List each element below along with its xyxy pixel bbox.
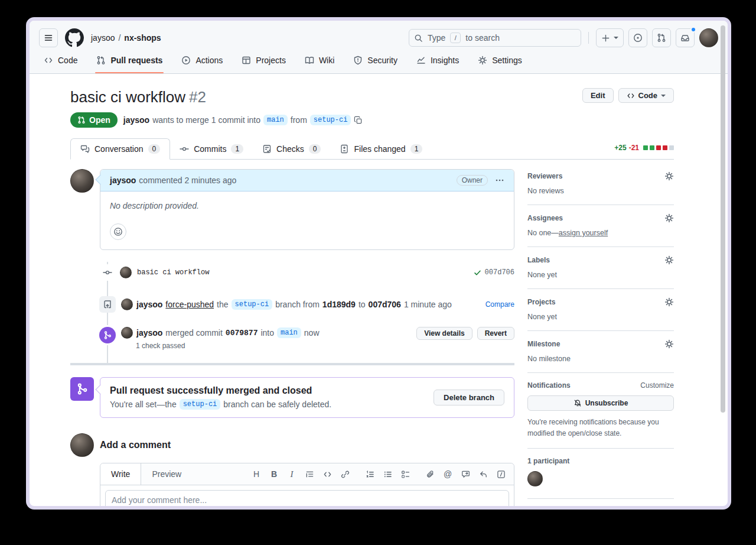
tab-preview[interactable]: Preview (141, 463, 192, 485)
tab-label: Insights (431, 56, 459, 65)
merged-commit-sha[interactable]: 0079877 (226, 329, 258, 338)
tab-wiki[interactable]: Wiki (300, 53, 339, 67)
tab-pull-requests[interactable]: Pull requests (92, 53, 167, 67)
view-details-button[interactable]: View details (416, 327, 472, 340)
head-branch-chip[interactable]: setup-ci (232, 299, 273, 310)
delete-branch-button[interactable]: Delete branch (434, 390, 504, 405)
chevron-down-icon (661, 95, 666, 97)
new-sha[interactable]: 007d706 (369, 300, 401, 309)
tab-security[interactable]: Security (348, 53, 402, 67)
event-author[interactable]: jaysoo (136, 300, 162, 309)
cross-reference-button[interactable] (457, 466, 474, 482)
git-merge-icon (70, 377, 94, 401)
gear-icon[interactable] (664, 297, 674, 307)
tab-write[interactable]: Write (100, 463, 141, 485)
avatar[interactable] (120, 267, 132, 278)
avatar[interactable] (121, 327, 133, 339)
italic-button[interactable]: I (284, 466, 300, 482)
copy-icon[interactable] (354, 116, 363, 125)
gear-icon[interactable] (664, 339, 674, 349)
code-icon (44, 56, 53, 65)
force-pushed-link[interactable]: force-pushed (165, 300, 214, 309)
merged-banner-title: Pull request successfully merged and clo… (110, 385, 331, 396)
tab-checks[interactable]: Checks 0 (253, 139, 330, 159)
tab-label: Commits (194, 144, 226, 154)
slash-command-button[interactable] (493, 466, 509, 482)
compare-link[interactable]: Compare (485, 300, 514, 309)
tab-commits[interactable]: Commits 1 (170, 139, 253, 159)
assign-yourself-link[interactable]: assign yourself (559, 229, 608, 237)
tab-label: Wiki (319, 56, 334, 65)
tab-code[interactable]: Code (39, 53, 82, 67)
user-avatar[interactable] (699, 28, 718, 47)
pr-tab-bar: Conversation 0 Commits 1 Checks 0 Files … (70, 138, 674, 160)
comment-input[interactable] (105, 490, 509, 510)
event-author[interactable]: jaysoo (136, 328, 162, 338)
tab-files-changed[interactable]: Files changed 1 (330, 139, 432, 159)
comment-author[interactable]: jaysoo (110, 176, 136, 185)
tab-settings[interactable]: Settings (473, 53, 527, 67)
timeline-separator (70, 363, 514, 365)
breadcrumb-owner[interactable]: jaysoo (91, 33, 115, 43)
github-logo-icon[interactable] (65, 28, 84, 47)
link-button[interactable] (337, 466, 353, 482)
customize-link[interactable]: Customize (640, 381, 674, 390)
tab-label: Files changed (354, 144, 405, 154)
participants-label: 1 participant (527, 457, 674, 465)
create-new-button[interactable] (596, 28, 624, 47)
smiley-icon (113, 227, 123, 236)
tab-insights[interactable]: Insights (412, 53, 464, 67)
tab-label: Code (58, 56, 77, 65)
tab-actions[interactable]: Actions (177, 53, 227, 67)
gear-icon[interactable] (664, 213, 674, 223)
task-list-button[interactable] (397, 466, 413, 482)
gear-icon (478, 56, 487, 65)
hamburger-menu-button[interactable] (39, 28, 58, 47)
tab-conversation[interactable]: Conversation 0 (70, 138, 170, 160)
head-branch-chip[interactable]: setup-ci (180, 399, 221, 410)
issues-button[interactable] (628, 28, 647, 47)
scrollbar-thumb[interactable] (721, 25, 725, 413)
gear-icon[interactable] (664, 171, 674, 181)
add-reaction-button[interactable] (110, 223, 126, 240)
quote-button[interactable] (301, 466, 318, 482)
code-dropdown-button[interactable]: Code (618, 88, 674, 103)
gear-icon[interactable] (664, 255, 674, 265)
sidebar-section-participants: 1 participant (527, 457, 674, 499)
kebab-menu-icon[interactable] (495, 176, 504, 185)
avatar[interactable] (121, 299, 133, 310)
heading-button[interactable]: H (248, 466, 265, 482)
numbered-list-button[interactable] (361, 466, 378, 482)
head-branch-chip[interactable]: setup-ci (310, 115, 351, 125)
file-diff-icon (340, 144, 349, 154)
old-sha[interactable]: 1d189d9 (322, 300, 356, 309)
base-branch-chip[interactable]: main (263, 115, 288, 125)
search-input[interactable]: Type / to search (409, 29, 581, 47)
section-value: None yet (527, 313, 674, 321)
lock-conversation[interactable]: Lock conversation (527, 507, 674, 510)
pr-author[interactable]: jaysoo (123, 115, 149, 125)
bullet-list-button[interactable] (379, 466, 396, 482)
attach-file-button[interactable] (422, 466, 438, 482)
avatar[interactable] (70, 169, 94, 193)
commit-sha-link[interactable]: 007d706 (485, 268, 514, 277)
revert-button[interactable]: Revert (477, 327, 514, 340)
tab-projects[interactable]: Projects (237, 53, 291, 67)
diff-block (669, 145, 674, 150)
edit-button[interactable]: Edit (582, 88, 614, 103)
pull-requests-button[interactable] (652, 28, 671, 47)
inbox-button[interactable] (676, 28, 695, 47)
code-icon (627, 92, 635, 100)
breadcrumb-repo[interactable]: nx-shops (124, 33, 161, 43)
code-button[interactable] (319, 466, 335, 482)
timeline-force-push-event: jaysoo force-pushed the setup-ci branch … (70, 296, 514, 313)
git-merge-icon (99, 327, 116, 343)
commit-message-link[interactable]: basic ci workflow (137, 268, 209, 277)
reply-button[interactable] (475, 466, 491, 482)
mention-button[interactable]: @ (439, 466, 456, 482)
merged-banner: Pull request successfully merged and clo… (70, 377, 514, 418)
bold-button[interactable]: B (266, 466, 282, 482)
participant-avatar[interactable] (527, 471, 543, 486)
base-branch-chip[interactable]: main (277, 327, 301, 338)
unsubscribe-button[interactable]: Unsubscribe (527, 395, 674, 411)
